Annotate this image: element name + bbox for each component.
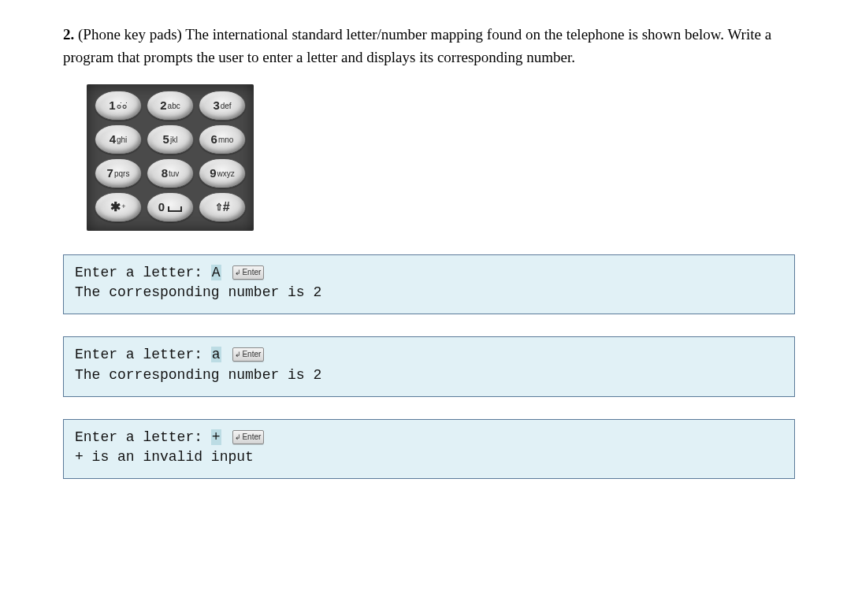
keypad-row: ✱ + 0 ⇧ # <box>95 192 246 222</box>
sample-input: a <box>211 347 221 362</box>
key-7: 7 pqrs <box>95 158 142 188</box>
key-hash: ⇧ # <box>199 192 246 222</box>
key-letters: def <box>221 100 232 112</box>
sample-prompt: Enter a letter: <box>75 429 211 445</box>
key-letters: pqrs <box>114 168 129 180</box>
key-5: 5 jkl <box>147 124 194 154</box>
space-icon <box>168 206 182 212</box>
key-letters: tuv <box>169 168 179 180</box>
key-digit: 7 <box>107 165 113 183</box>
problem-number: 2. <box>63 26 74 43</box>
sample-prompt: Enter a letter: <box>75 265 211 280</box>
sample-result: + is an invalid input <box>75 447 783 467</box>
key-digit: 4 <box>110 131 116 149</box>
key-digit: 9 <box>210 165 216 183</box>
sample-prompt: Enter a letter: <box>75 347 211 362</box>
key-symbol: # <box>223 198 230 217</box>
keypad-row: 1 o͘o͘ 2 abc 3 def <box>95 91 246 121</box>
key-9: 9 wxyz <box>199 158 246 188</box>
key-0: 0 <box>147 192 194 222</box>
sample-line: Enter a letter: + Enter <box>75 428 783 447</box>
key-letters: wxyz <box>217 168 235 180</box>
key-letters: abc <box>168 100 180 112</box>
sample-input: + <box>211 429 221 445</box>
key-letters: jkl <box>170 134 177 146</box>
key-2: 2 abc <box>147 91 194 121</box>
sample-result: The corresponding number is 2 <box>75 366 783 385</box>
key-sub: + <box>121 202 125 213</box>
key-digit: 5 <box>163 131 169 149</box>
problem-title: (Phone key pads) <box>78 26 182 43</box>
key-4: 4 ghi <box>95 124 142 154</box>
key-6: 6 mno <box>199 124 246 154</box>
key-symbol: ✱ <box>110 198 121 217</box>
key-digit: 2 <box>160 97 166 115</box>
key-digit: 3 <box>213 97 219 115</box>
key-letters: mno <box>218 134 233 146</box>
key-1: 1 o͘o͘ <box>95 91 142 121</box>
key-3: 3 def <box>199 91 246 121</box>
sample-run-box: Enter a letter: + Enter + is an invalid … <box>63 419 795 479</box>
enter-key-icon: Enter <box>232 265 264 280</box>
sample-line: Enter a letter: A Enter <box>75 263 783 283</box>
key-star: ✱ + <box>95 192 142 222</box>
sample-result: The corresponding number is 2 <box>75 283 783 302</box>
key-digit: 0 <box>158 199 165 217</box>
key-8: 8 tuv <box>147 158 194 188</box>
enter-key-icon: Enter <box>232 430 264 444</box>
keypad-row: 4 ghi 5 jkl 6 mno <box>95 124 246 154</box>
key-digit: 6 <box>211 131 217 149</box>
sample-line: Enter a letter: a Enter <box>75 345 783 365</box>
sample-input: A <box>211 265 221 280</box>
keypad-row: 7 pqrs 8 tuv 9 wxyz <box>95 158 246 188</box>
enter-key-icon: Enter <box>232 347 264 362</box>
key-letters: o͘o͘ <box>117 100 128 112</box>
problem-statement: 2. (Phone key pads) The international st… <box>63 24 795 69</box>
key-digit: 1 <box>109 97 115 115</box>
sample-run-box: Enter a letter: A Enter The correspondin… <box>63 254 795 314</box>
phone-keypad-figure: 1 o͘o͘ 2 abc 3 def 4 ghi 5 jkl 6 <box>87 84 795 231</box>
sample-run-box: Enter a letter: a Enter The correspondin… <box>63 336 795 396</box>
key-letters: ghi <box>117 134 127 146</box>
phone-keypad: 1 o͘o͘ 2 abc 3 def 4 ghi 5 jkl 6 <box>87 84 254 231</box>
key-digit: 8 <box>162 165 168 183</box>
shift-icon: ⇧ <box>215 200 223 214</box>
